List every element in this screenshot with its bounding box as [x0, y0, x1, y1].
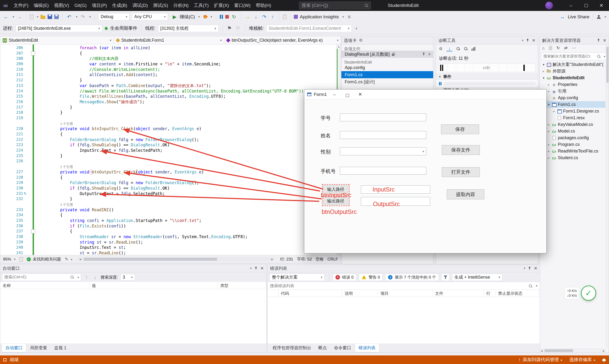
- toolbar-options-icon[interactable]: ≡: [346, 14, 352, 20]
- warnings-filter-button[interactable]: 警告 0: [359, 273, 383, 281]
- save-file-button[interactable]: 保存文件: [442, 145, 480, 155]
- save-button[interactable]: 保存: [441, 124, 479, 134]
- form1-minimize-button[interactable]: –: [329, 92, 340, 97]
- input-src-field[interactable]: [361, 185, 430, 194]
- form1-window[interactable]: Form1 – ✕ 学号 姓名 性别 ▾ 手机号 保存 保存文件 打开文件 提取…: [304, 89, 547, 253]
- code-area[interactable]: 206 foreach (var item in allLine)207 {20…: [0, 44, 341, 255]
- tree-item[interactable]: Properties: [540, 81, 605, 88]
- pin-icon[interactable]: [597, 39, 600, 42]
- continue-button[interactable]: ▶ 继续(C) ▾: [170, 14, 201, 20]
- autos-pane-tab[interactable]: 局部变量: [26, 344, 51, 352]
- flag-icon[interactable]: ⚑: [226, 26, 233, 31]
- tree-item[interactable]: packages.config: [540, 134, 605, 141]
- extract-content-button[interactable]: 提取内容: [447, 189, 484, 199]
- autos-column-header[interactable]: 类型: [218, 282, 266, 289]
- error-scope-select[interactable]: 整个解决方案▾: [270, 273, 325, 281]
- navigate-back-icon[interactable]: ←: [3, 14, 9, 20]
- solution-search-input[interactable]: [543, 54, 596, 59]
- tree-item[interactable]: ReadWriteTextFile.cs: [540, 148, 605, 154]
- pin-icon[interactable]: [255, 266, 257, 270]
- expander-icon[interactable]: [546, 90, 551, 93]
- step-into-icon[interactable]: ↓: [253, 14, 259, 20]
- errorlist-column-header[interactable]: 项目: [378, 290, 433, 297]
- menu-item[interactable]: Git(G): [72, 0, 89, 11]
- tree-item[interactable]: Student.cs: [540, 154, 605, 161]
- quick-search-box[interactable]: 搜索 (Ctrl+Q): [299, 2, 371, 9]
- menu-item[interactable]: 编辑(E): [31, 0, 52, 11]
- panel-menu-caret-icon[interactable]: ▾: [522, 39, 523, 42]
- tree-item[interactable]: 外部源: [540, 68, 605, 75]
- prev-match-icon[interactable]: ↑: [83, 274, 90, 280]
- maximize-button[interactable]: [579, 0, 594, 11]
- errors-filter-button[interactable]: 错误 0: [333, 273, 356, 281]
- zoom-in-icon[interactable]: [456, 47, 460, 51]
- autos-pane-tab[interactable]: 自动窗口: [2, 344, 26, 352]
- scroll-left-icon[interactable]: ◀: [78, 257, 82, 261]
- scroll-left-icon[interactable]: ◀: [540, 349, 544, 353]
- build-intellisense-select[interactable]: 生成 + IntelliSense▾: [452, 273, 502, 281]
- sync-icon[interactable]: ⇄: [564, 45, 568, 51]
- expander-icon[interactable]: [546, 156, 551, 160]
- h-scrollbar-thumb[interactable]: [84, 258, 217, 261]
- close-icon[interactable]: ✕: [534, 266, 537, 271]
- scroll-right-icon[interactable]: ▶: [270, 257, 274, 261]
- nav-class-dropdown[interactable]: StudentInfoEdit.Form1▾: [114, 36, 224, 44]
- background-tasks-icon[interactable]: [3, 358, 6, 361]
- next-match-icon[interactable]: ↓: [92, 274, 98, 280]
- editor-horizontal-scrollbar[interactable]: ◀ ▶: [78, 257, 274, 261]
- form1-close-button[interactable]: ✕: [355, 91, 365, 97]
- menu-item[interactable]: 生成(B): [110, 0, 130, 11]
- autos-pane-tab[interactable]: 监视 1: [51, 344, 70, 352]
- refresh-icon[interactable]: ↻: [557, 45, 560, 51]
- error-search-input[interactable]: [270, 284, 527, 288]
- scrollbar-thumb[interactable]: [606, 47, 609, 83]
- solution-horizontal-scrollbar[interactable]: ◀ ▶: [540, 349, 606, 352]
- expander-icon[interactable]: [541, 63, 546, 66]
- name-field[interactable]: [340, 131, 426, 139]
- lifecycle-events-button[interactable]: 生命周期事件: [110, 25, 137, 31]
- save-icon[interactable]: [48, 14, 52, 19]
- stack-frame-select[interactable]: StudentInfoEdit.Form1.ExtractContent▾: [266, 25, 352, 32]
- close-button[interactable]: ✕: [594, 0, 609, 11]
- gear-icon[interactable]: ⚙: [439, 46, 442, 52]
- tree-item[interactable]: Form1.resx: [540, 115, 605, 121]
- fold-toggle-icon[interactable]: [28, 229, 41, 234]
- tree-item[interactable]: Model.cs: [540, 128, 605, 134]
- pin-icon[interactable]: [422, 52, 425, 56]
- errorlist-pane-tab[interactable]: 错误列表: [355, 344, 379, 352]
- fold-toggle-icon[interactable]: [28, 51, 41, 56]
- errorlist-column-header[interactable]: 代码: [279, 290, 342, 297]
- close-icon[interactable]: ✕: [428, 52, 431, 56]
- step-over-icon[interactable]: ↷: [261, 14, 267, 20]
- error-grid-body[interactable]: [268, 306, 540, 344]
- errorlist-column-header[interactable]: 文件: [433, 290, 484, 297]
- pin-icon[interactable]: [526, 39, 529, 42]
- errorlist-column-header[interactable]: 禁止显示状态: [496, 290, 539, 297]
- solution-vertical-scrollbar[interactable]: [606, 44, 609, 348]
- output-path-button[interactable]: 输出路径: [323, 197, 348, 205]
- flag-outline-icon[interactable]: ⚐: [235, 26, 241, 31]
- events-section-header[interactable]: ▼ 事件: [436, 74, 538, 80]
- toolbar2-overflow-icon[interactable]: ▾: [356, 27, 357, 30]
- thread-select[interactable]: [31392] 主线程▾: [158, 25, 219, 32]
- redo-icon[interactable]: ↷: [80, 14, 86, 20]
- misc-tool-icon[interactable]: [283, 15, 286, 19]
- export-icon[interactable]: ↓: [446, 46, 453, 52]
- zoom-out-icon[interactable]: [464, 47, 468, 51]
- errorlist-column-header[interactable]: 说明: [342, 290, 378, 297]
- menu-item[interactable]: 工具(T): [191, 0, 211, 11]
- form1-maximize-button[interactable]: [342, 91, 352, 98]
- collapse-all-icon[interactable]: ⋯: [572, 45, 576, 51]
- errorlist-pane-tab[interactable]: 断点: [315, 344, 330, 352]
- close-icon[interactable]: ✕: [532, 38, 535, 43]
- messages-filter-button[interactable]: 展示 7 个消息中的 0 个: [385, 273, 439, 281]
- show-next-statement-icon[interactable]: →: [245, 14, 251, 20]
- tree-item[interactable]: KeyValueModel.cs: [540, 121, 605, 128]
- switch-views-icon[interactable]: [549, 46, 552, 50]
- solution-search-box[interactable]: ▾: [541, 52, 607, 60]
- errorlist-pane-tab[interactable]: 程序包管理器控制台: [269, 344, 315, 352]
- menu-item[interactable]: 扩展(X): [211, 0, 232, 11]
- menu-item[interactable]: 文件(F): [11, 0, 31, 11]
- save-all-icon[interactable]: [54, 14, 59, 19]
- autos-column-header[interactable]: 值: [90, 282, 218, 289]
